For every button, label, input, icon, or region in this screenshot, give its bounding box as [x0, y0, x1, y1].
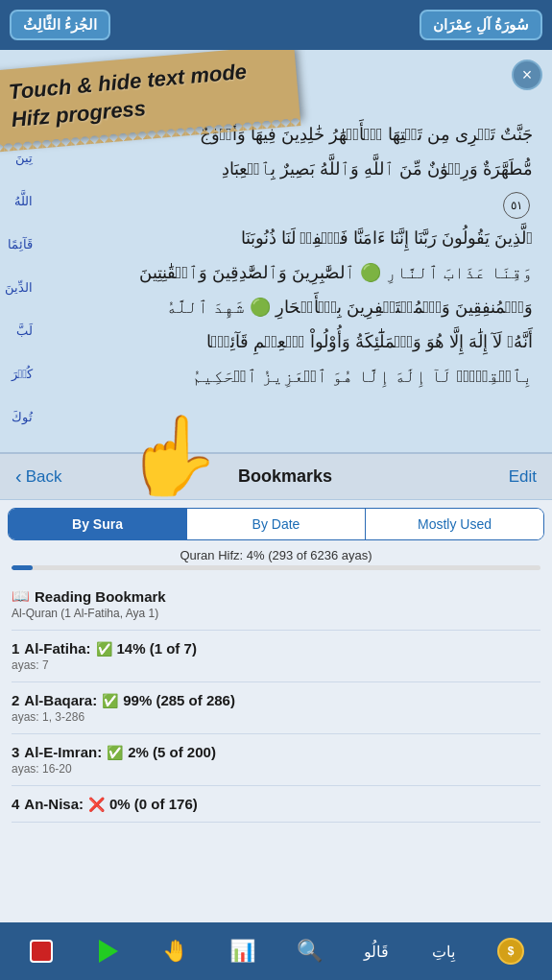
- arabic-verse-num: ٥١: [67, 186, 533, 221]
- marker-3: اللَّهُ: [5, 194, 33, 208]
- list-item[interactable]: 1 Al-Fatiha: ✅ 14% (1 of 7) ayas: 7: [12, 631, 540, 682]
- tabs-container: By Sura By Date Mostly Used: [8, 508, 544, 540]
- progress-bar-fill: [12, 565, 33, 570]
- back-label: Back: [26, 467, 62, 487]
- progress-container: Quran Hifz: 4% (293 of 6236 ayas): [0, 544, 552, 578]
- coin-button[interactable]: $: [490, 930, 532, 972]
- sura-1-number: 1: [12, 640, 19, 657]
- arabic-line-4: وَقِنَا عَذَابَ ٱلنَّارِ 🟢 ٱلصَّٰبِرِينَ…: [67, 255, 533, 290]
- sura-3-sub: ayas: 16-20: [12, 762, 540, 776]
- reading-bookmark-sub: Al-Quran (1 Al-Fatiha, Aya 1): [12, 607, 540, 620]
- reading-bookmark-title: 📖 Reading Bookmark: [12, 587, 540, 605]
- list-item[interactable]: 3 Al-E-Imran: ✅ 2% (5 of 200) ayas: 16-2…: [12, 734, 540, 786]
- arabic-line-3: ٱلَّذِينَ يَقُولُونَ رَبَّنَا إِنَّنَا ء…: [67, 221, 533, 255]
- marker-4: قَآئِمًا: [5, 237, 33, 251]
- marker-8: تُوكَ: [5, 410, 33, 424]
- sura-2-title: 2 Al-Baqara: ✅ 99% (285 of 286): [12, 692, 540, 708]
- touch-button[interactable]: 🤚: [155, 930, 197, 972]
- search-button[interactable]: 🔍: [288, 930, 330, 972]
- bottom-toolbar: 🤚 📊 🔍 قَالُو بِاتِ $: [0, 922, 552, 980]
- list-item[interactable]: 📖 Reading Bookmark Al-Quran (1 Al-Fatiha…: [12, 578, 540, 631]
- sura-1-sub: ayas: 7: [12, 658, 540, 672]
- left-markers: تُوبَنَا تِينَ اللَّهُ قَآئِمًا الدِّينَ…: [5, 108, 33, 424]
- bookmark-list[interactable]: 📖 Reading Bookmark Al-Quran (1 Al-Fatiha…: [0, 578, 552, 922]
- arabic-lines: جَنَّتٌ تَجۡرِى مِن تَحۡتِهَا ٱلۡأَنۡهَٰ…: [58, 108, 542, 403]
- tab-mostly-used[interactable]: Mostly Used: [366, 509, 543, 539]
- marker-7: كُفۡرَ: [5, 367, 33, 381]
- recite-button[interactable]: قَالُو: [355, 930, 397, 972]
- arabic-line-6: أَنَّهُۥ لَآ إِلَٰهَ إِلَّا هُوَ وَٱلۡمَ…: [67, 324, 533, 359]
- sura-3-title: 3 Al-E-Imran: ✅ 2% (5 of 200): [12, 744, 540, 760]
- list-item[interactable]: 2 Al-Baqara: ✅ 99% (285 of 286) ayas: 1,…: [12, 682, 540, 734]
- arabic-line-5: وَٱلۡمُنفِقِينَ وَٱلۡمُسۡتَغۡفِرِينَ بِٱ…: [67, 290, 533, 324]
- arabic-line-2: مُّطَهَّرَةٌ وَرِضۡوَٰنٌ مِّنَ ٱللَّهِ و…: [67, 152, 533, 186]
- sura-2-number: 2: [12, 692, 19, 708]
- sura-3-check-icon: ✅: [107, 745, 123, 760]
- back-chevron-icon: ‹: [15, 466, 22, 488]
- close-button[interactable]: ×: [512, 60, 542, 90]
- progress-label: Quran Hifz: 4% (293 of 6236 ayas): [12, 548, 540, 562]
- book-icon: 📖: [12, 587, 30, 605]
- hand-pointer-icon: 👆: [125, 411, 221, 501]
- top-header: الجُزءُ الثَّالِثُ سُورَةُ آلِ عِمْرَان: [0, 0, 552, 50]
- chart-icon: 📊: [229, 939, 255, 964]
- sura-button[interactable]: سُورَةُ آلِ عِمْرَان: [420, 10, 542, 40]
- coin-icon: $: [497, 938, 524, 965]
- arabic-line-7: بِٱلۡقِسۡطِۚ لَآ إِلَٰهَ إِلَّا هُوَ ٱلۡ…: [67, 359, 533, 394]
- banner-text: Touch & hide text mode Hifz progress: [8, 57, 271, 134]
- bookmarks-panel: ‹ Back Bookmarks Edit By Sura By Date Mo…: [0, 452, 552, 922]
- sura-1-check-icon: ✅: [96, 641, 112, 657]
- play-icon: [99, 940, 118, 963]
- sura-2-sub: ayas: 1, 3-286: [12, 710, 540, 724]
- marker-5: الدِّينَ: [5, 280, 33, 295]
- list-item[interactable]: 4 An-Nisa: ❌ 0% (0 of 176): [12, 786, 540, 823]
- tab-by-date[interactable]: By Date: [187, 509, 366, 539]
- progress-button[interactable]: 📊: [222, 930, 264, 972]
- tab-by-sura[interactable]: By Sura: [9, 509, 187, 539]
- juz-button[interactable]: الجُزءُ الثَّالِثُ: [10, 10, 110, 40]
- edit-button[interactable]: Edit: [509, 467, 537, 487]
- back-button[interactable]: ‹ Back: [15, 466, 61, 488]
- sura-3-number: 3: [12, 744, 19, 760]
- recite-icon: قَالُو: [364, 943, 389, 961]
- bookmarks-title: Bookmarks: [238, 466, 332, 487]
- search-icon: 🔍: [297, 939, 323, 964]
- quran-page[interactable]: Touch & hide text mode Hifz progress × ت…: [0, 50, 552, 520]
- bookmarks-header: ‹ Back Bookmarks Edit: [0, 454, 552, 500]
- scroll-icon: بِاتِ: [432, 943, 455, 961]
- play-button[interactable]: [87, 930, 130, 972]
- hand-icon: 🤚: [162, 939, 188, 964]
- progress-bar-wrap: [12, 565, 540, 570]
- stop-icon: [30, 940, 53, 963]
- marker-6: لَبَّ: [5, 323, 33, 338]
- scroll-button[interactable]: بِاتِ: [422, 930, 465, 972]
- stop-button[interactable]: [20, 930, 62, 972]
- marker-2: تِينَ: [5, 151, 33, 165]
- sura-1-title: 1 Al-Fatiha: ✅ 14% (1 of 7): [12, 640, 540, 657]
- sura-2-check-icon: ✅: [102, 693, 118, 708]
- sura-4-number: 4: [12, 796, 19, 812]
- sura-4-cross-icon: ❌: [88, 797, 105, 812]
- sura-4-title: 4 An-Nisa: ❌ 0% (0 of 176): [12, 796, 540, 812]
